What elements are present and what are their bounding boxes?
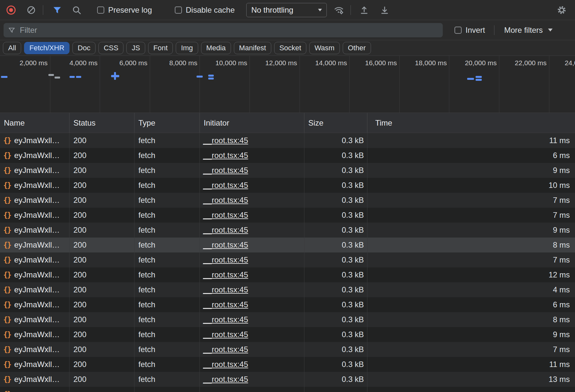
filter-input-box[interactable] [4,23,443,37]
table-row[interactable]: {}eyJmaWxll…200fetch__root.tsx:450.3 kB1… [0,267,575,282]
table-row[interactable]: {}eyJmaWxll…200fetch__root.tsx:450.3 kB9… [0,327,575,342]
column-header-time[interactable]: Time [367,113,575,133]
chip-other[interactable]: Other [343,42,371,54]
table-row[interactable]: {}eyJmaWxll…200fetch__root.tsx:450.3 kB7… [0,252,575,267]
chip-img[interactable]: Img [176,42,198,54]
request-name: eyJmaWxll… [14,181,60,190]
table-row[interactable]: {}eyJmaWxll…200fetch__root.tsx:450.3 kB7… [0,193,575,208]
initiator-link[interactable]: __root.tsx:45 [203,375,248,384]
initiator-link[interactable]: __root.tsx:45 [203,166,248,175]
name-cell: {}eyJmaWxll… [0,148,70,163]
status-cell: 200 [70,208,134,223]
initiator-cell: __root.tsx:45 [200,238,304,252]
overview-graph[interactable]: 2,000 ms4,000 ms6,000 ms8,000 ms10,000 m… [0,56,575,113]
chip-css[interactable]: CSS [98,42,123,54]
table-row[interactable]: {}eyJmaWxll…200fetch__root.tsx:450.3 kB6… [0,297,575,312]
json-braces-icon: {} [3,226,11,234]
time-cell: 7 ms [367,342,575,357]
size-cell: 0.3 kB [304,193,367,208]
table-row[interactable]: {}eyJmaWxll…200fetch__root.tsx:450.3 kB4… [0,282,575,297]
column-header-type[interactable]: Type [134,113,200,133]
search-icon[interactable] [72,5,82,15]
initiator-link[interactable]: __root.tsx:45 [203,136,248,145]
table-row-partial[interactable]: {} [0,387,575,392]
table-header: NameStatusTypeInitiatorSizeTime [0,113,575,133]
initiator-link[interactable]: __root.tsx:45 [203,211,248,220]
initiator-link[interactable]: __root.tsx:45 [203,345,248,354]
disable-cache-checkbox[interactable] [175,6,182,14]
export-har-icon[interactable] [380,5,390,15]
initiator-link[interactable]: __root.tsx:45 [203,255,248,264]
table-row[interactable]: {}eyJmaWxll…200fetch__root.tsx:450.3 kB8… [0,238,575,252]
disable-cache-label: Disable cache [186,6,235,15]
json-braces-icon: {} [3,166,11,175]
size-cell: 0.3 kB [304,372,367,387]
chip-font[interactable]: Font [148,42,173,54]
initiator-link[interactable]: __root.tsx:45 [203,151,248,160]
chip-all[interactable]: All [3,42,21,54]
table-row[interactable]: {}eyJmaWxll…200fetch__root.tsx:450.3 kB1… [0,357,575,372]
initiator-link[interactable]: __root.tsx:45 [203,196,248,205]
initiator-link[interactable]: __root.tsx:45 [203,226,248,235]
column-header-initiator[interactable]: Initiator [200,113,304,133]
record-button[interactable] [6,6,16,15]
filter-toggle-icon[interactable] [52,5,62,15]
invert-checkbox[interactable] [454,27,462,34]
chip-js[interactable]: JS [126,42,145,54]
chip-fetch-xhr[interactable]: Fetch/XHR [24,42,70,54]
table-row[interactable]: {}eyJmaWxll…200fetch__root.tsx:450.3 kB1… [0,178,575,193]
time-cell: 4 ms [367,282,575,297]
network-conditions-icon[interactable] [334,5,344,15]
column-header-size[interactable]: Size [304,113,367,133]
filter-bar-divider [494,25,494,35]
filter-input[interactable] [19,25,438,35]
json-braces-icon: {} [3,286,11,294]
status-cell: 200 [70,267,134,282]
chip-manifest[interactable]: Manifest [234,42,271,54]
chip-doc[interactable]: Doc [72,42,96,54]
time-cell: 11 ms [367,357,575,372]
chip-wasm[interactable]: Wasm [309,42,340,54]
column-header-status[interactable]: Status [70,113,134,133]
overview-grid-cell: 6,000 ms [100,56,150,113]
table-row[interactable]: {}eyJmaWxll…200fetch__root.tsx:450.3 kB6… [0,148,575,163]
clear-network-log-icon[interactable] [27,6,36,15]
json-braces-icon: {} [3,360,11,369]
initiator-link[interactable]: __root.tsx:45 [203,315,248,324]
chip-socket[interactable]: Socket [274,42,306,54]
initiator-link[interactable]: __root.tsx:45 [203,240,248,250]
preserve-log-checkbox[interactable] [97,6,104,14]
initiator-link[interactable]: __root.tsx:45 [203,360,248,369]
table-row[interactable]: {}eyJmaWxll…200fetch__root.tsx:450.3 kB1… [0,372,575,387]
initiator-cell: __root.tsx:45 [200,163,304,178]
throttling-select[interactable]: No throttling [246,3,327,17]
initiator-link[interactable]: __root.tsx:45 [203,285,248,294]
initiator-link[interactable]: __root.tsx:45 [203,181,248,190]
overview-grid-cell: 20,000 ms [449,56,499,113]
name-cell: {}eyJmaWxll… [0,267,70,282]
table-row[interactable]: {}eyJmaWxll…200fetch__root.tsx:450.3 kB7… [0,208,575,223]
settings-gear-icon[interactable] [557,5,567,15]
initiator-link[interactable]: __root.tsx:45 [203,330,248,339]
initiator-cell: __root.tsx:45 [200,342,304,357]
more-filters-button[interactable]: More filters [504,26,553,35]
status-cell: 200 [70,133,134,148]
time-cell: 12 ms [367,267,575,282]
json-braces-icon: {} [3,345,11,354]
table-row[interactable]: {}eyJmaWxll…200fetch__root.tsx:450.3 kB1… [0,133,575,148]
table-row[interactable]: {}eyJmaWxll…200fetch__root.tsx:450.3 kB8… [0,312,575,327]
status-cell: 200 [70,252,134,267]
table-rows: {}eyJmaWxll…200fetch__root.tsx:450.3 kB1… [0,133,575,392]
initiator-cell: __root.tsx:45 [200,312,304,327]
import-har-icon[interactable] [359,5,369,15]
initiator-link[interactable]: __root.tsx:45 [203,300,248,309]
chip-media[interactable]: Media [201,42,231,54]
more-filters-label: More filters [504,26,543,35]
table-row[interactable]: {}eyJmaWxll…200fetch__root.tsx:450.3 kB9… [0,163,575,178]
column-header-name[interactable]: Name [0,113,70,133]
table-row[interactable]: {}eyJmaWxll…200fetch__root.tsx:450.3 kB9… [0,223,575,238]
initiator-link[interactable]: __root.tsx:45 [203,270,248,279]
table-row[interactable]: {}eyJmaWxll…200fetch__root.tsx:450.3 kB7… [0,342,575,357]
disable-cache-group: Disable cache [175,6,235,15]
status-cell: 200 [70,223,134,238]
